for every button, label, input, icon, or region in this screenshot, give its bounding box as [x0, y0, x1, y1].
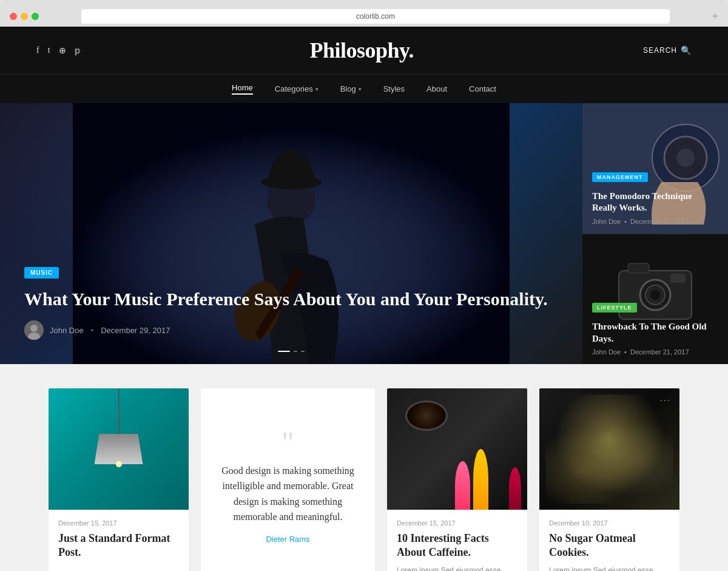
svg-point-10 [676, 149, 695, 167]
site-header: f t ⊕ 𝕡 Philosophy. SEARCH 🔍 [0, 27, 728, 74]
side-card-0-author: John Doe [592, 218, 621, 225]
hero-tag[interactable]: MUSIC [24, 267, 59, 279]
browser-dots [10, 13, 39, 20]
social-icons: f t ⊕ 𝕡 [36, 46, 81, 56]
oatmeal-splash [545, 394, 673, 504]
twitter-icon[interactable]: t [48, 46, 50, 56]
post-3-body: December 10, 2017 No Sugar Oatmeal Cooki… [539, 510, 679, 571]
slide-dot-1[interactable] [278, 351, 290, 352]
more-options-icon[interactable]: ··· [660, 396, 671, 407]
side-card-0-content: MANAGEMENT The Pomodoro Technique Really… [592, 171, 718, 225]
side-card-1-author: John Doe [592, 348, 621, 356]
blog-chevron-icon: ▾ [359, 86, 362, 92]
post-2-body: December 15, 2017 10 Interesting Facts A… [387, 510, 527, 571]
hero-date: December 29, 2017 [101, 326, 170, 335]
post-3-excerpt: Lorem ipsum Sed eiusmod esse [549, 565, 670, 571]
browser-chrome: colorlib.com + [0, 0, 728, 27]
url-bar[interactable]: colorlib.com [81, 9, 670, 24]
site-nav: Home Categories ▾ Blog ▾ Styles About Co… [0, 74, 728, 103]
nav-about[interactable]: About [426, 83, 447, 95]
dot-minimize[interactable] [21, 13, 28, 20]
tulip-yellow [473, 449, 488, 510]
post-0-date: December 15, 2017 [58, 519, 179, 527]
quote-author: Dieter Rams [266, 535, 309, 544]
side-card-1-content: LIFESTYLE Throwback To The Good Old Days… [592, 301, 718, 356]
lamp-bulb [116, 461, 122, 467]
post-2-title: 10 Interesting Facts About Caffeine. [397, 532, 517, 560]
posts-section: December 15, 2017 Just a Standard Format… [0, 364, 728, 571]
hero-author-name: John Doe [50, 326, 84, 335]
nav-blog[interactable]: Blog ▾ [340, 83, 362, 95]
search-icon: 🔍 [681, 46, 692, 55]
post-3-image: ··· [539, 388, 679, 510]
categories-chevron-icon: ▾ [315, 86, 318, 92]
post-2-image [387, 388, 527, 510]
search-button[interactable]: SEARCH 🔍 [643, 46, 692, 55]
slide-dot-3[interactable] [301, 351, 305, 352]
new-tab-button[interactable]: + [712, 11, 718, 22]
nav-categories[interactable]: Categories ▾ [275, 83, 318, 95]
hero-side-cards: MANAGEMENT The Pomodoro Technique Really… [582, 103, 728, 364]
tulip-pink [455, 461, 470, 510]
quote-icon: " [281, 430, 294, 454]
avatar-image [24, 320, 44, 340]
author-avatar [24, 320, 44, 340]
side-card-1-tag[interactable]: LIFESTYLE [592, 303, 637, 313]
svg-rect-17 [670, 274, 686, 283]
side-card-0[interactable]: MANAGEMENT The Pomodoro Technique Really… [582, 103, 728, 234]
post-card-3[interactable]: ··· December 10, 2017 No Sugar Oatmeal C… [539, 388, 679, 571]
post-2-date: December 15, 2017 [397, 519, 517, 527]
nav-contact[interactable]: Contact [469, 83, 496, 95]
side-card-1-title: Throwback To The Good Old Days. [592, 321, 718, 345]
coffee-cup [405, 400, 448, 431]
post-0-image [49, 388, 189, 510]
search-label: SEARCH [643, 46, 677, 55]
svg-point-5 [30, 325, 38, 332]
site-wrapper: f t ⊕ 𝕡 Philosophy. SEARCH 🔍 Home Catego… [0, 27, 728, 571]
post-0-body: December 15, 2017 Just a Standard Format… [49, 510, 189, 571]
post-card-2[interactable]: December 15, 2017 10 Interesting Facts A… [387, 388, 527, 571]
oatmeal-image: ··· [539, 388, 679, 510]
side-card-0-meta: John Doe • December 27, 2017 [592, 218, 718, 225]
separator: • [91, 326, 94, 335]
tulip-area [443, 388, 527, 510]
svg-rect-13 [628, 263, 649, 273]
post-3-title: No Sugar Oatmeal Cookies. [549, 532, 670, 560]
hero-section: MUSIC What Your Music Preference Says Ab… [0, 103, 728, 364]
side-card-0-date: December 27, 2017 [630, 218, 689, 225]
post-3-date: December 10, 2017 [549, 519, 670, 527]
lamp-cord [118, 388, 120, 437]
separator: • [624, 348, 627, 356]
slider-controls [278, 351, 305, 352]
lamp-shade [95, 434, 143, 464]
svg-point-16 [650, 290, 660, 300]
side-card-0-title: The Pomodoro Technique Really Works. [592, 191, 718, 214]
post-card-0[interactable]: December 15, 2017 Just a Standard Format… [49, 388, 189, 571]
site-title[interactable]: Philosophy. [309, 38, 414, 63]
post-0-title: Just a Standard Format Post. [58, 532, 179, 560]
quote-text: Good design is making something intellig… [218, 463, 358, 525]
dot-maximize[interactable] [32, 13, 39, 20]
instagram-icon[interactable]: ⊕ [59, 46, 66, 56]
coffee-image [387, 388, 527, 510]
lamp-image [49, 388, 189, 510]
pinterest-icon[interactable]: 𝕡 [75, 46, 81, 56]
tulip-dark [509, 467, 521, 510]
hero-content: MUSIC What Your Music Preference Says Ab… [24, 266, 558, 340]
facebook-icon[interactable]: f [36, 46, 39, 56]
side-card-1-meta: John Doe • December 21, 2017 [592, 348, 718, 356]
post-2-excerpt: Lorem ipsum Sed eiusmod esse [397, 565, 517, 571]
side-card-1-date: December 21, 2017 [630, 348, 689, 356]
url-text: colorlib.com [356, 12, 395, 21]
slide-dot-2[interactable] [294, 351, 297, 352]
hero-featured-post[interactable]: MUSIC What Your Music Preference Says Ab… [0, 103, 582, 364]
hero-title: What Your Music Preference Says About Yo… [24, 287, 558, 311]
dot-close[interactable] [10, 13, 17, 20]
nav-home[interactable]: Home [232, 83, 253, 95]
separator: • [624, 218, 627, 225]
nav-styles[interactable]: Styles [383, 83, 405, 95]
side-card-1[interactable]: LIFESTYLE Throwback To The Good Old Days… [582, 234, 728, 365]
hero-author-info: John Doe • December 29, 2017 [24, 320, 558, 340]
post-card-1[interactable]: " Good design is making something intell… [201, 388, 375, 571]
side-card-0-tag[interactable]: MANAGEMENT [592, 172, 648, 182]
